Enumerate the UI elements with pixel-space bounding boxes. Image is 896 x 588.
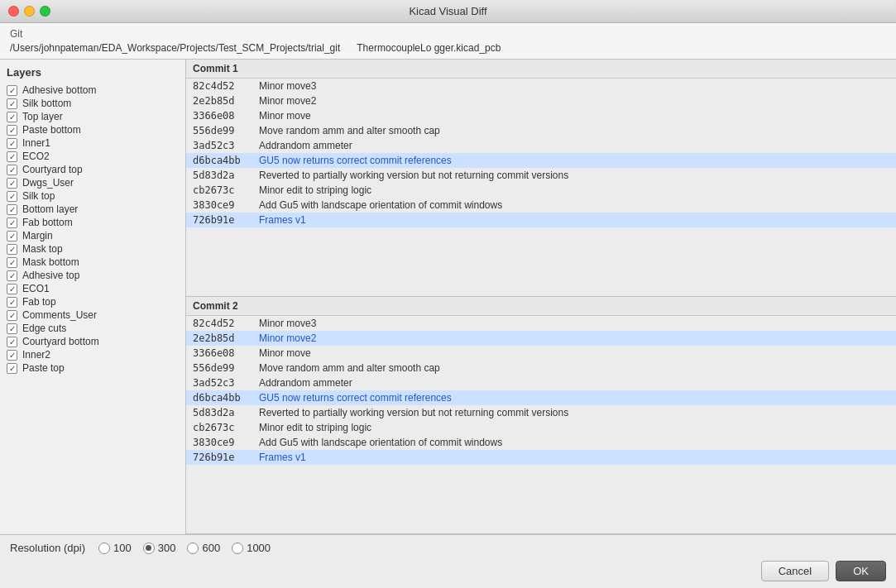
- layer-checkbox[interactable]: [7, 350, 17, 361]
- layer-checkbox[interactable]: [7, 218, 17, 228]
- layer-checkbox[interactable]: [7, 138, 17, 149]
- layer-checkbox[interactable]: [7, 204, 17, 215]
- layer-item[interactable]: Dwgs_User: [0, 176, 185, 189]
- commit-row[interactable]: 726b91eFrames v1: [186, 450, 896, 465]
- layer-item[interactable]: Adhesive top: [0, 269, 185, 282]
- commit-hash: 2e2b85d: [193, 95, 259, 107]
- layer-item[interactable]: Edge cuts: [0, 322, 185, 335]
- layer-checkbox[interactable]: [7, 178, 17, 189]
- resolution-option[interactable]: 600: [187, 542, 220, 554]
- git-path: /Users/johnpateman/EDA_Workspace/Project…: [10, 42, 340, 54]
- commit-row[interactable]: 556de99Move random amm and alter smooth …: [186, 361, 896, 375]
- layer-item[interactable]: ECO1: [0, 282, 185, 295]
- layer-label: Comments_User: [22, 309, 97, 321]
- commit-hash: 3ad52c3: [193, 377, 259, 389]
- layer-label: ECO2: [22, 151, 50, 162]
- layer-checkbox[interactable]: [7, 85, 17, 96]
- resolution-option[interactable]: 1000: [232, 542, 271, 554]
- layer-item[interactable]: Courtyard top: [0, 163, 185, 176]
- layer-checkbox[interactable]: [7, 323, 17, 334]
- radio-circle: [187, 543, 199, 554]
- layer-label: Fab top: [22, 296, 56, 308]
- layer-checkbox[interactable]: [7, 310, 17, 321]
- resolution-option[interactable]: 300: [143, 542, 176, 554]
- commit-row[interactable]: 82c4d52Minor move3: [186, 79, 896, 93]
- layer-item[interactable]: Inner1: [0, 136, 185, 150]
- resolution-option[interactable]: 100: [98, 542, 132, 554]
- layer-checkbox[interactable]: [7, 270, 17, 281]
- commit-hash: 3830ce9: [193, 199, 259, 211]
- commit-row[interactable]: 5d83d2aReverted to partially working ver…: [186, 168, 896, 183]
- commit-row[interactable]: 3366e08Minor move: [186, 346, 896, 361]
- commit1-rows: 82c4d52Minor move32e2b85dMinor move23366…: [186, 79, 896, 227]
- layer-item[interactable]: Comments_User: [0, 308, 185, 322]
- layer-label: Inner2: [22, 349, 50, 361]
- layer-item[interactable]: ECO2: [0, 150, 185, 163]
- commit-hash: 726b91e: [193, 452, 259, 463]
- layer-item[interactable]: Paste bottom: [0, 123, 185, 136]
- commit-row[interactable]: 2e2b85dMinor move2: [186, 93, 896, 108]
- layer-checkbox[interactable]: [7, 337, 17, 347]
- commit-row[interactable]: 2e2b85dMinor move2: [186, 331, 896, 346]
- commit-row[interactable]: 3366e08Minor move: [186, 108, 896, 123]
- layer-checkbox[interactable]: [7, 125, 17, 136]
- layer-item[interactable]: Margin: [0, 229, 185, 242]
- layer-label: Bottom layer: [22, 203, 78, 215]
- layer-label: Dwgs_User: [22, 177, 74, 189]
- layer-item[interactable]: Courtyard bottom: [0, 335, 185, 348]
- layer-checkbox[interactable]: [7, 297, 17, 308]
- commit-message: Minor move3: [259, 318, 889, 329]
- maximize-button[interactable]: [40, 6, 50, 17]
- commit1-header: Commit 1: [186, 60, 896, 79]
- layer-item[interactable]: Silk bottom: [0, 97, 185, 110]
- layer-item[interactable]: Paste top: [0, 361, 185, 375]
- layer-item[interactable]: Mask top: [0, 242, 185, 256]
- commit-row[interactable]: d6bca4bbGU5 now returns correct commit r…: [186, 390, 896, 405]
- layer-checkbox[interactable]: [7, 191, 17, 202]
- layer-checkbox[interactable]: [7, 151, 17, 162]
- layer-checkbox[interactable]: [7, 112, 17, 122]
- cancel-button[interactable]: Cancel: [761, 561, 829, 581]
- layer-checkbox[interactable]: [7, 363, 17, 374]
- layer-item[interactable]: Inner2: [0, 348, 185, 361]
- commit-message: GU5 now returns correct commit reference…: [259, 392, 889, 404]
- layer-checkbox[interactable]: [7, 98, 17, 109]
- commit-row[interactable]: 3830ce9Add Gu5 with landscape orientatio…: [186, 435, 896, 450]
- layer-label: Top layer: [22, 111, 63, 122]
- layer-checkbox[interactable]: [7, 165, 17, 175]
- close-button[interactable]: [8, 6, 19, 17]
- commit2-header: Commit 2: [186, 297, 896, 316]
- layer-checkbox[interactable]: [7, 231, 17, 241]
- layer-checkbox[interactable]: [7, 284, 17, 294]
- layer-item[interactable]: Bottom layer: [0, 203, 185, 216]
- layer-item[interactable]: Fab bottom: [0, 216, 185, 229]
- commit-row[interactable]: 3ad52c3Addrandom ammeter: [186, 375, 896, 390]
- commit-row[interactable]: d6bca4bbGU5 now returns correct commit r…: [186, 153, 896, 168]
- commit-row[interactable]: 726b91eFrames v1: [186, 213, 896, 227]
- commit-row[interactable]: 82c4d52Minor move3: [186, 316, 896, 331]
- resolution-section: Resolution (dpi) 1003006001000: [10, 542, 886, 554]
- commit-hash: d6bca4bb: [193, 392, 259, 404]
- commit-message: Move random amm and alter smooth cap: [259, 125, 889, 136]
- commit-hash: 556de99: [193, 362, 259, 374]
- layer-item[interactable]: Mask bottom: [0, 256, 185, 269]
- layer-item[interactable]: Adhesive bottom: [0, 84, 185, 97]
- git-paths: /Users/johnpateman/EDA_Workspace/Project…: [10, 42, 886, 54]
- minimize-button[interactable]: [24, 6, 35, 17]
- commit-row[interactable]: 3830ce9Add Gu5 with landscape orientatio…: [186, 198, 896, 213]
- layer-checkbox[interactable]: [7, 257, 17, 268]
- layer-checkbox[interactable]: [7, 244, 17, 255]
- layer-item[interactable]: Fab top: [0, 295, 185, 308]
- commit-row[interactable]: 3ad52c3Addrandom ammeter: [186, 138, 896, 153]
- commit-row[interactable]: 556de99Move random amm and alter smooth …: [186, 123, 896, 138]
- commit2-section: Commit 2 82c4d52Minor move32e2b85dMinor …: [186, 297, 896, 534]
- commits-panel: Commit 1 82c4d52Minor move32e2b85dMinor …: [186, 60, 896, 534]
- commit-message: Frames v1: [259, 452, 889, 463]
- commit-row[interactable]: cb2673cMinor edit to striping logic: [186, 183, 896, 198]
- git-label: Git: [10, 28, 886, 40]
- layer-item[interactable]: Silk top: [0, 189, 185, 203]
- commit-row[interactable]: cb2673cMinor edit to striping logic: [186, 420, 896, 435]
- layer-item[interactable]: Top layer: [0, 110, 185, 123]
- ok-button[interactable]: OK: [836, 561, 886, 581]
- commit-row[interactable]: 5d83d2aReverted to partially working ver…: [186, 405, 896, 420]
